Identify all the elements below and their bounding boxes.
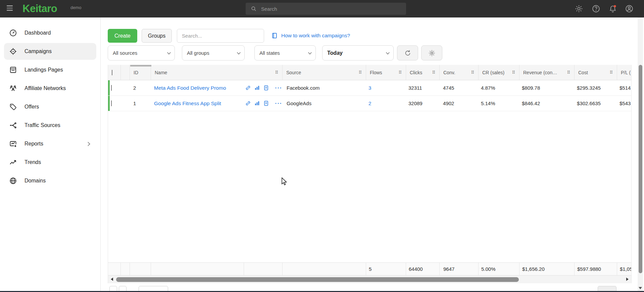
- drag-handle-icon[interactable]: ⠿: [609, 70, 613, 75]
- sidebar-item-traffic-sources[interactable]: Traffic Sources: [4, 117, 96, 134]
- app-logo: Keitaro: [22, 3, 57, 15]
- flows-link[interactable]: 2: [368, 100, 371, 106]
- header-cr-sales[interactable]: CR (sales)⠿: [478, 65, 519, 80]
- hamburger-menu-icon[interactable]: [7, 5, 15, 12]
- app-window: Keitaro demo Dashboard Campaigns Landing…: [0, 0, 644, 292]
- totals-conv: 9647: [439, 263, 478, 275]
- totals-empty: [108, 263, 120, 275]
- header-pl[interactable]: P/L (: [617, 65, 631, 80]
- table-header-row: ID Name⠿ Source⠿ Flows⠿ Clicks⠿ Conv.⠿ C…: [108, 65, 631, 80]
- vertical-scrollbar[interactable]: [638, 17, 643, 292]
- sidebar-item-affiliate-networks[interactable]: Affiliate Networks: [4, 80, 96, 97]
- header-clicks[interactable]: Clicks⠿: [406, 65, 439, 80]
- totals-empty: [244, 263, 282, 275]
- vertical-scrollbar-thumb[interactable]: [639, 65, 642, 273]
- drag-handle-icon[interactable]: ⠿: [471, 70, 474, 75]
- campaign-link-icon[interactable]: [245, 100, 251, 107]
- row-select: [108, 100, 120, 106]
- pl-cell: $543: [617, 100, 631, 106]
- campaign-search-input[interactable]: [177, 29, 264, 43]
- table-row[interactable]: 1 Google Ads Fitness App Split ··· Googl…: [108, 96, 631, 111]
- create-button[interactable]: Create: [108, 29, 137, 43]
- drag-handle-icon[interactable]: ⠿: [432, 70, 435, 75]
- row-menu-icon[interactable]: ···: [275, 85, 282, 91]
- groups-filter-value: All groups: [187, 50, 209, 56]
- header-revenue[interactable]: Revenue (con…⠿: [519, 65, 574, 80]
- campaign-stats-icon[interactable]: [254, 100, 260, 107]
- source-cell: Facebook.com: [282, 85, 366, 91]
- sources-filter-dropdown[interactable]: All sources: [108, 45, 175, 60]
- flows-cell: 3: [366, 85, 406, 91]
- drag-handle-icon[interactable]: ⠿: [398, 70, 402, 75]
- scroll-down-arrow-icon[interactable]: [639, 287, 642, 289]
- states-filter-dropdown[interactable]: All states: [254, 45, 316, 60]
- date-range-dropdown[interactable]: Today: [322, 45, 394, 60]
- name-cell: Meta Ads Food Delivery Promo: [151, 85, 244, 91]
- notification-dot: [614, 5, 616, 7]
- pl-cell: $514: [617, 85, 631, 91]
- select-all-checkbox[interactable]: [112, 70, 112, 75]
- sidebar-item-dashboard[interactable]: Dashboard: [4, 25, 96, 41]
- row-checkbox[interactable]: [111, 100, 112, 106]
- chevron-down-icon: [386, 50, 390, 54]
- campaigns-target-icon: [9, 47, 17, 55]
- flows-link[interactable]: 3: [368, 85, 371, 91]
- row-checkbox[interactable]: [111, 85, 112, 91]
- header-flows[interactable]: Flows⠿: [366, 65, 406, 80]
- global-search-input[interactable]: [261, 6, 389, 12]
- header-id[interactable]: ID: [130, 65, 151, 80]
- row-menu-icon[interactable]: ···: [275, 100, 282, 107]
- revenue-cell: $846.42: [519, 100, 574, 106]
- help-link[interactable]: How to work with campaigns?: [281, 33, 350, 39]
- groups-button[interactable]: Groups: [142, 29, 172, 43]
- notifications-bell-icon[interactable]: [608, 4, 617, 13]
- help-icon[interactable]: [592, 4, 600, 13]
- drag-handle-icon[interactable]: ⠿: [358, 70, 362, 75]
- refresh-button[interactable]: [397, 45, 418, 60]
- cr-cell: 5.14%: [478, 100, 519, 106]
- source-cell: GoogleAds: [282, 100, 366, 106]
- landings-pages-icon: [9, 66, 17, 74]
- sidebar-item-campaigns[interactable]: Campaigns: [4, 43, 96, 60]
- header-source[interactable]: Source⠿: [282, 65, 366, 80]
- campaign-name-link[interactable]: Google Ads Fitness App Split: [154, 100, 221, 106]
- global-search[interactable]: [246, 3, 406, 15]
- header-conv[interactable]: Conv.⠿: [439, 65, 478, 80]
- chevron-down-icon: [237, 50, 241, 54]
- campaign-stats-icon[interactable]: [254, 85, 260, 91]
- table-row[interactable]: 2 Meta Ads Food Delivery Promo ··· Faceb…: [108, 80, 631, 96]
- sidebar-item-domains[interactable]: Domains: [4, 172, 96, 189]
- sidebar-item-trends[interactable]: Trends: [4, 154, 96, 171]
- campaign-name-link[interactable]: Meta Ads Food Delivery Promo: [154, 85, 226, 91]
- sidebar: Dashboard Campaigns Landings Pages Affil…: [0, 17, 101, 292]
- sidebar-item-label: Domains: [24, 178, 46, 184]
- settings-icon[interactable]: [575, 4, 583, 13]
- campaign-link-icon[interactable]: [245, 85, 251, 91]
- drag-handle-icon[interactable]: ⠿: [512, 70, 515, 75]
- table-top-scrollbar-thumb[interactable]: [130, 65, 151, 67]
- totals-revenue: $1,656.20: [519, 263, 574, 275]
- sidebar-item-landings-pages[interactable]: Landings Pages: [4, 61, 96, 78]
- gear-icon: [428, 49, 436, 57]
- groups-filter-dropdown[interactable]: All groups: [182, 45, 245, 60]
- campaign-report-icon[interactable]: [263, 100, 269, 107]
- sidebar-item-offers[interactable]: Offers: [4, 98, 96, 115]
- sidebar-item-label: Traffic Sources: [24, 122, 60, 128]
- scroll-right-arrow-icon[interactable]: [626, 278, 629, 281]
- horizontal-scrollbar[interactable]: [108, 276, 631, 283]
- help-link-wrap[interactable]: How to work with campaigns?: [271, 32, 350, 39]
- header-name[interactable]: Name⠿: [151, 65, 282, 80]
- horizontal-scrollbar-thumb[interactable]: [116, 277, 519, 282]
- scroll-left-arrow-icon[interactable]: [111, 278, 113, 281]
- dashboard-icon: [9, 29, 17, 37]
- clicks-cell: 32089: [406, 100, 439, 106]
- header-cost[interactable]: Cost⠿: [574, 65, 617, 80]
- campaign-report-icon[interactable]: [263, 85, 269, 91]
- table-settings-button[interactable]: [421, 45, 442, 60]
- header-status-col: [120, 65, 130, 80]
- drag-handle-icon[interactable]: ⠿: [567, 70, 570, 75]
- user-account-icon[interactable]: [625, 4, 634, 13]
- totals-empty: [130, 263, 151, 275]
- sidebar-item-reports[interactable]: Reports: [4, 135, 96, 152]
- drag-handle-icon[interactable]: ⠿: [275, 70, 278, 75]
